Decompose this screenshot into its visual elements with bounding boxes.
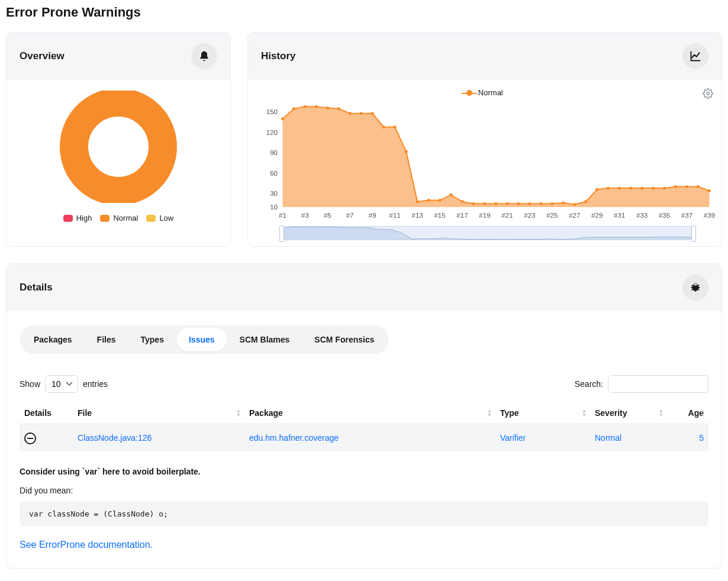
sort-icon: ▲▼ [659,409,663,417]
svg-point-45 [472,202,475,205]
svg-point-51 [539,202,542,205]
svg-point-48 [505,202,508,205]
legend-high[interactable]: High [63,214,92,222]
col-details[interactable]: Details [20,402,73,424]
file-link[interactable]: ClassNode.java:126 [78,433,152,443]
range-handle-right[interactable] [691,225,696,242]
svg-point-0 [74,102,163,191]
range-handle-left[interactable] [279,225,284,242]
svg-point-36 [371,112,374,115]
svg-point-58 [618,186,621,189]
range-slider[interactable] [281,226,694,240]
tab-scm-blames[interactable]: SCM Blames [228,328,302,351]
history-card: History Normal 10306090120150#1#3#5#7#9#… [247,32,722,247]
history-legend[interactable]: Normal [254,88,716,97]
series-marker-icon [466,90,472,96]
legend-normal[interactable]: Normal [100,214,138,222]
sort-icon: ▲▼ [236,409,241,417]
col-package[interactable]: Package▲▼ [244,402,495,424]
svg-point-46 [483,202,486,205]
svg-text:150: 150 [266,109,278,116]
svg-text:#13: #13 [411,212,423,219]
svg-point-44 [460,200,463,203]
svg-text:#17: #17 [456,212,468,219]
sort-icon: ▲▼ [582,409,587,417]
swatch-low [146,215,156,222]
svg-point-55 [584,200,587,203]
tab-issues[interactable]: Issues [177,328,227,351]
svg-point-34 [349,112,352,115]
age-link[interactable]: 5 [699,433,704,443]
show-entries: Show 10 entries [20,375,108,393]
svg-point-32 [326,106,329,109]
svg-point-52 [550,202,553,205]
svg-text:#5: #5 [324,212,331,219]
svg-point-54 [573,203,576,206]
svg-point-50 [528,202,531,205]
svg-point-56 [595,188,598,191]
col-age[interactable]: Age▲▼ [667,402,708,424]
details-title: Details [20,282,53,293]
svg-point-39 [405,150,408,153]
svg-text:#29: #29 [591,212,603,219]
page-title: Error Prone Warnings [6,5,722,20]
svg-point-42 [438,199,441,202]
page-size-select[interactable]: 10 [45,375,78,393]
issue-expanded-detail: Consider using `var` here to avoid boile… [20,467,708,550]
package-link[interactable]: edu.hm.hafner.coverage [249,433,339,443]
svg-text:#15: #15 [434,212,445,219]
svg-point-37 [382,125,385,128]
col-file[interactable]: File▲▼ [73,402,244,424]
search-input[interactable] [608,375,708,393]
svg-text:#11: #11 [389,212,401,219]
svg-text:#1: #1 [279,212,286,219]
tab-types[interactable]: Types [129,328,176,351]
svg-point-63 [674,185,677,188]
swatch-normal [100,215,109,222]
svg-text:90: 90 [270,150,278,157]
bell-icon[interactable] [191,43,217,69]
line-chart-icon[interactable] [682,43,708,69]
swatch-high [63,215,73,222]
svg-text:30: 30 [270,190,278,197]
svg-text:#19: #19 [479,212,490,219]
svg-text:#39: #39 [704,212,715,219]
documentation-link[interactable]: See ErrorProne documentation. [20,540,708,550]
collapse-row-button[interactable] [24,432,36,444]
overview-card: Overview High Normal [6,32,231,247]
svg-point-47 [494,202,497,205]
svg-text:#35: #35 [659,212,670,219]
severity-link[interactable]: Normal [595,433,621,443]
history-title: History [261,50,296,62]
svg-text:#23: #23 [524,212,535,219]
svg-point-59 [629,186,632,189]
legend-low[interactable]: Low [146,214,173,222]
col-type[interactable]: Type▲▼ [495,402,590,424]
svg-point-1 [707,92,710,95]
svg-point-43 [449,193,452,196]
table-row: ClassNode.java:126 edu.hm.hafner.coverag… [20,424,708,452]
svg-point-60 [640,186,643,189]
svg-text:#27: #27 [569,212,580,219]
svg-point-40 [416,200,419,203]
svg-point-62 [663,186,666,189]
svg-point-30 [304,105,307,108]
svg-text:#3: #3 [301,212,309,219]
details-tabs: PackagesFilesTypesIssuesSCM BlamesSCM Fo… [20,325,389,354]
col-severity[interactable]: Severity▲▼ [590,402,667,424]
tab-scm-forensics[interactable]: SCM Forensics [302,328,386,351]
overview-legend: High Normal Low [63,214,174,222]
tab-files[interactable]: Files [85,328,128,351]
svg-point-31 [315,105,318,108]
svg-text:#9: #9 [369,212,376,219]
svg-point-49 [517,202,520,205]
svg-point-53 [562,202,565,205]
svg-text:60: 60 [270,170,278,177]
tab-packages[interactable]: Packages [22,328,84,351]
bug-icon[interactable] [682,275,708,301]
type-link[interactable]: Varifier [500,433,526,443]
gear-icon[interactable] [703,88,713,101]
svg-point-33 [337,107,340,110]
sort-icon: ▲▼ [487,409,492,417]
svg-text:#33: #33 [636,212,648,219]
